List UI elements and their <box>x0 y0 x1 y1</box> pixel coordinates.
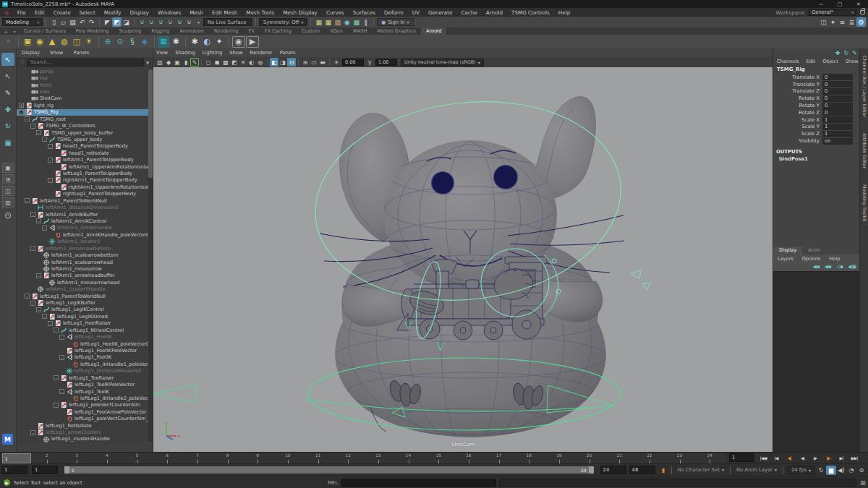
play-forwards-button[interactable]: ▶ <box>809 453 822 463</box>
menu-deform[interactable]: Deform <box>380 9 408 16</box>
arnold-physical-sky-icon[interactable]: ☀ <box>83 36 95 48</box>
channel-name[interactable]: Scale Z <box>773 131 822 137</box>
mel-command-input[interactable] <box>341 479 496 487</box>
detail-view-icon[interactable]: ≣ <box>847 17 856 27</box>
tree-expander-icon[interactable]: - <box>59 389 64 394</box>
outliner-item[interactable]: -TSMG_root <box>17 116 153 122</box>
animation-start-field[interactable]: 1 <box>1 466 27 474</box>
outliner-item[interactable]: leftLeg1_ikHandle2_poleVectorConstraint1 <box>17 395 153 401</box>
menu-mesh-tools[interactable]: Mesh Tools <box>242 9 278 16</box>
output-node[interactable]: bindPose1 <box>773 155 859 163</box>
channel-value-field[interactable]: 1 <box>822 124 853 130</box>
outliner-item[interactable]: -leftLeg1_ToeIK <box>17 388 153 395</box>
tonemap-dropdown[interactable]: Unity neutral tone-map (sRGB) <box>401 59 484 67</box>
go-to-start-button[interactable]: |◀◀ <box>757 453 770 463</box>
menu-generate[interactable]: Generate <box>424 9 457 16</box>
snap-options-caret-icon[interactable]: ▾ <box>194 17 203 27</box>
current-frame-field[interactable]: 1 <box>729 453 754 462</box>
menu-modify[interactable]: Modify <box>100 9 126 16</box>
arnold-ipr-icon[interactable]: ⊙ <box>114 36 126 48</box>
select-object-icon[interactable]: ◩ <box>112 17 122 27</box>
fps-dropdown[interactable]: 24 fps <box>788 466 814 474</box>
outliner-item[interactable]: leftArm1_ArmIKHandle_poleVectorConstrain… <box>17 231 153 238</box>
timeline-track[interactable]: 1234567891011121314151617181920212223241 <box>1 453 725 463</box>
viewport-menu-panels[interactable]: Panels <box>280 50 302 56</box>
shelf-tab-rendering[interactable]: Rendering <box>209 27 244 35</box>
anim-layer-dropdown[interactable]: No Anim Layer <box>736 467 777 473</box>
menu-display[interactable]: Display <box>126 9 154 16</box>
menu-uv[interactable]: UV <box>408 9 424 16</box>
edit-channel-icon[interactable]: ✎ <box>852 50 857 56</box>
outliner-item[interactable]: rightArm1_UpperArmRotationIsolated <box>17 184 153 190</box>
outliner-item[interactable]: -leftArm1_ArmIKControl <box>17 218 153 224</box>
range-right-handle[interactable] <box>589 466 594 474</box>
outliner-item[interactable]: -TSMG_Rig <box>17 109 153 116</box>
outliner-item[interactable]: -leftLeg1_poleVectCounterAim <box>17 402 153 408</box>
script-editor-icon[interactable]: ▦ <box>860 479 866 486</box>
menu-tsmg-controls[interactable]: TSMG Controls <box>507 9 554 16</box>
outliner-item[interactable]: -leftLeg1_HeelIK <box>17 333 153 340</box>
range-left-handle[interactable] <box>64 466 69 474</box>
shelf-tab-xgen[interactable]: XGen <box>325 27 348 35</box>
tree-expander-icon[interactable]: - <box>30 124 35 129</box>
outliner-item[interactable]: leftLeg1_FootArrowPoleVector <box>17 408 153 415</box>
move-tool[interactable]: ✚ <box>1 103 14 116</box>
new-layer-icon[interactable]: ◀▣ <box>848 264 856 270</box>
bookmark-icon[interactable]: ▮ <box>182 58 190 67</box>
tree-expander-icon[interactable]: - <box>54 375 59 380</box>
tree-expander-icon[interactable]: - <box>48 321 53 326</box>
animation-end-field[interactable]: 48 <box>629 466 655 474</box>
outliner-item[interactable]: -TSMG_upper_body_buffer <box>17 129 153 136</box>
exposure-field[interactable]: 0.00 <box>342 59 364 66</box>
outliner-item[interactable]: head1_rotIsolate <box>17 150 153 156</box>
outliner-menu-display[interactable]: Display <box>17 50 45 56</box>
sidebar-tab-modeling-toolkit[interactable]: Modeling Toolkit <box>861 180 867 226</box>
workspace-dropdown[interactable]: General*▾ <box>809 9 856 16</box>
shelf-tab-curves-surfaces[interactable]: Curves / Surfaces <box>19 27 71 35</box>
tree-expander-icon[interactable]: - <box>59 335 64 340</box>
outliner-item[interactable]: ShotCam <box>17 95 153 102</box>
outliner-item[interactable]: leftLeg1_cluster4Handle <box>17 436 153 442</box>
channel-name[interactable]: Scale Y <box>773 124 822 129</box>
outliner-item[interactable]: -leftLeg1_FootIK <box>17 354 153 361</box>
channel-value-field[interactable]: 0 <box>822 74 853 80</box>
tree-expander-icon[interactable]: - <box>36 307 41 312</box>
hypershade-icon[interactable]: ▩ <box>352 17 361 27</box>
outliner-item[interactable]: leftLeg1_ParentToUpperBody <box>17 170 153 176</box>
tree-expander-icon[interactable]: - <box>42 314 47 319</box>
arnold-skydome-light-icon[interactable]: ◉ <box>34 36 46 48</box>
gamma-field[interactable]: 1.00 <box>375 59 397 66</box>
wire-on-shaded-icon[interactable]: ◩ <box>230 58 239 67</box>
step-back-key-button[interactable]: ◀| <box>783 453 796 463</box>
channel-name[interactable]: Rotate Y <box>773 103 822 108</box>
refresh-channel-icon[interactable]: ↻ <box>844 50 849 56</box>
channel-box-menu-edit[interactable]: Edit <box>803 59 820 64</box>
outliner-item[interactable]: side <box>17 88 153 95</box>
pivot-icon[interactable]: ◆ <box>164 58 173 67</box>
shelf-tab-motion-graphics[interactable]: Motion Graphics <box>372 27 421 35</box>
outliner-item[interactable]: rightLeg1_ParentToUpperBody <box>17 191 153 197</box>
shelf-tab-rigging[interactable]: Rigging <box>146 27 174 35</box>
shelf-tab-arnold[interactable]: Arnold <box>421 27 446 35</box>
play-backwards-button[interactable]: ◀ <box>796 453 809 463</box>
outliner-item[interactable]: -leftLeg1_LegIKControl <box>17 307 153 313</box>
step-back-frame-button[interactable]: |◀ <box>770 453 783 463</box>
tree-expander-icon[interactable]: - <box>30 301 35 306</box>
outliner-menu-panels[interactable]: Panels <box>68 50 94 56</box>
outliner-item[interactable]: leftLeg1_ikHandle1_poleVectorConstraint1 <box>17 361 153 367</box>
channel-name[interactable]: Translate Y <box>773 82 822 87</box>
outliner-item[interactable]: leftLeg1_FootIKPoleVector <box>17 347 153 354</box>
outliner-item[interactable]: -leftLeg1_ToeRaiser <box>17 374 153 381</box>
shelf-tab-sculpting[interactable]: Sculpting <box>114 27 146 35</box>
save-scene-icon[interactable]: ▤ <box>68 17 77 27</box>
step-forward-frame-button[interactable]: ▶| <box>835 453 848 463</box>
layout-outliner-pane-button[interactable]: ▥ <box>2 197 14 207</box>
viewport-menu-renderer[interactable]: Renderer <box>250 50 278 56</box>
redo-icon[interactable]: ↷ <box>87 17 96 27</box>
outliner-item[interactable]: +light_rig <box>17 102 153 108</box>
funnel-icon[interactable]: ▼ <box>144 60 151 65</box>
shelf-tab-fx[interactable]: FX <box>244 27 260 35</box>
search-input[interactable]: Search... <box>27 59 144 67</box>
toolbox-cube-icon[interactable]: ◫ <box>819 17 828 27</box>
arnold-light-manager-icon[interactable]: ◐ <box>201 36 213 48</box>
